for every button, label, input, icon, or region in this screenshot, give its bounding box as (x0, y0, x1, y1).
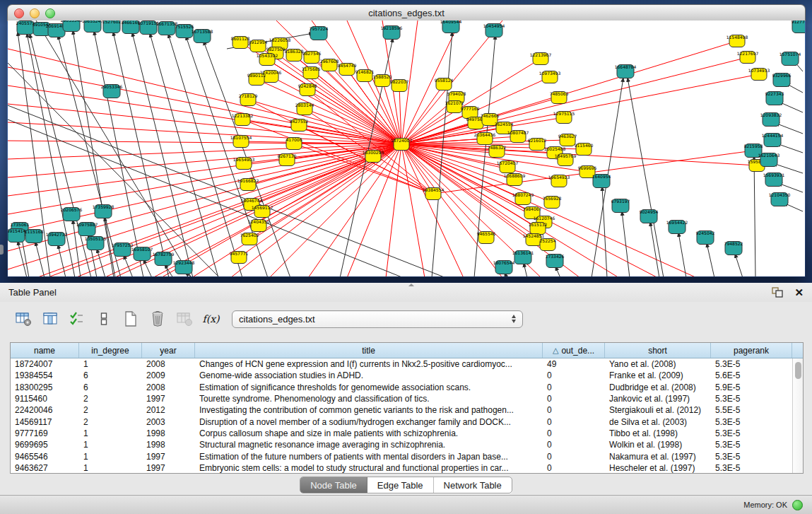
graph-edge[interactable] (622, 211, 630, 276)
scrollbar-thumb[interactable] (795, 362, 801, 379)
graph-node-label: 2803144 (295, 103, 314, 107)
table-row[interactable]: 1456911722003Disruption of a novel membe… (11, 416, 792, 427)
table-row[interactable]: 911546021997Tourette syndrome. Phenomeno… (11, 393, 792, 404)
table-cell: 9463627 (11, 463, 79, 473)
table-row[interactable]: 1938455462009Genome-wide association stu… (11, 370, 792, 381)
network-canvas[interactable]: 1872400786011288912954182260589827509105… (8, 21, 805, 276)
graph-node-label: 15751074 (779, 52, 801, 57)
column-header-title[interactable]: title (195, 343, 543, 358)
graph-edge[interactable] (58, 245, 66, 276)
table-panel: Table Panel ✕ (0, 283, 812, 514)
column-header-year[interactable]: year (142, 343, 195, 358)
column-header-short[interactable]: short (605, 343, 711, 358)
graph-node-label: 15720407 (497, 160, 519, 165)
graph-node-label: 12923448 (173, 260, 195, 265)
graph-node-label: 252254 (540, 238, 556, 243)
graph-edge[interactable] (153, 144, 401, 276)
network-view-window[interactable]: citations_edges.txt 18724007860112889129… (7, 4, 806, 277)
table-panel-title: Table Panel (8, 287, 772, 298)
graph-edge[interactable] (36, 144, 401, 276)
table-cell: 0 (543, 382, 605, 392)
table-row[interactable]: 1830029562008Estimation of significance … (11, 382, 792, 393)
graph-edge[interactable] (8, 67, 401, 144)
graph-edge[interactable] (602, 187, 607, 276)
close-window-icon[interactable] (14, 8, 24, 18)
graph-node-label: 19384554 (423, 187, 445, 192)
graph-edge[interactable] (524, 263, 527, 276)
close-panel-icon[interactable]: ✕ (794, 287, 804, 298)
column-header-out-de-[interactable]: △out_de... (543, 343, 605, 358)
graph-node-label: 18226058 (269, 37, 291, 42)
delete-column-icon[interactable] (175, 310, 193, 328)
window-titlebar[interactable]: citations_edges.txt (7, 4, 806, 21)
zoom-window-icon[interactable] (45, 8, 55, 18)
table-source-combobox[interactable]: citations_edges.txt (232, 310, 523, 328)
table-cell: Disruption of a novel member of a sodium… (195, 417, 543, 427)
graph-node-label: 14524851 (523, 233, 545, 238)
graph-edge[interactable] (555, 267, 560, 276)
show-columns-icon[interactable] (41, 310, 59, 328)
column-header-label: short (648, 346, 667, 356)
column-header-in-degree[interactable]: in_degree (79, 343, 142, 358)
new-table-icon[interactable] (122, 310, 139, 328)
column-header-label: name (34, 346, 55, 356)
minimize-window-icon[interactable] (30, 8, 40, 18)
column-header-name[interactable]: name (11, 343, 79, 358)
status-bar: Memory: OK (0, 495, 812, 514)
table-cell: Tibbo et al. (1998) (605, 428, 711, 438)
graph-node-label: 16713588 (192, 29, 213, 34)
graph-node-label: 9127744 (792, 21, 805, 24)
graph-edge[interactable] (168, 34, 242, 276)
delete-table-icon[interactable] (148, 310, 166, 328)
table-cell: Yano et al. (2008) (605, 359, 711, 369)
table-cell: 2 (79, 405, 142, 415)
sort-ascending-icon: △ (553, 346, 558, 355)
tab-node-table[interactable]: Node Table (300, 477, 367, 493)
column-header-pagerank[interactable]: pagerank (711, 343, 792, 358)
graph-edge[interactable] (257, 79, 401, 144)
select-columns-icon[interactable] (68, 310, 86, 328)
graph-edge[interactable] (401, 144, 425, 276)
graph-edge[interactable] (35, 242, 45, 276)
graph-node-label: 10734933 (748, 68, 770, 73)
graph-edge[interactable] (735, 254, 743, 276)
cytoscape-desktop: citations_edges.txt 18724007860112889129… (0, 0, 812, 283)
table-cell: Hescheler et al. (1997) (605, 463, 711, 473)
graph-node-label: 13505135 (85, 236, 107, 241)
panel-splitter-handle[interactable] (406, 284, 416, 287)
graph-node-label: 8215958 (744, 144, 763, 148)
table-row[interactable]: 946362711997Embryonic stem cells: a mode… (11, 462, 792, 473)
graph-node-label: 9242848 (298, 83, 317, 88)
graph-edge[interactable] (707, 243, 714, 276)
merge-rows-icon[interactable] (95, 310, 112, 328)
graph-node-label: 10655247 (82, 21, 104, 23)
graph-edge[interactable] (628, 78, 664, 276)
float-panel-icon[interactable] (772, 287, 783, 298)
graph-edge[interactable] (124, 255, 133, 276)
table-settings-icon[interactable] (14, 310, 32, 328)
graph-edge[interactable] (401, 144, 464, 276)
left-splitter-handle[interactable] (0, 245, 4, 255)
table-row[interactable]: 1872400712008Changes of HCN gene express… (11, 358, 792, 370)
tab-edge-table[interactable]: Edge Table (367, 477, 434, 493)
graph-node-label: 2718129 (239, 93, 258, 98)
graph-node-label: 1640954 (592, 174, 611, 179)
function-builder-icon[interactable]: f(x) (202, 310, 220, 328)
table-cell: Wolkin et al. (1998) (605, 440, 711, 450)
graph-edge[interactable] (754, 156, 755, 276)
vertical-scrollbar[interactable] (792, 358, 803, 473)
table-row[interactable]: 977716911998Corpus callosum shape and si… (11, 428, 792, 439)
table-row[interactable]: 2242004622012Investigating the contribut… (11, 404, 792, 416)
table-cell: 5.3E-5 (711, 463, 792, 473)
table-row[interactable]: 946554611997Estimation of the future num… (11, 450, 792, 462)
graph-edge[interactable] (8, 86, 401, 144)
tab-network-table[interactable]: Network Table (434, 477, 512, 493)
graph-node-label: 10543392 (257, 53, 278, 58)
graph-node-label: 3915414 (8, 228, 26, 233)
graph-node-label: 1735061 (11, 222, 30, 227)
graph-node-label: 8186328 (285, 49, 304, 54)
graph-node-label: 7656928 (543, 196, 562, 201)
table-cell: Investigating the contribution of common… (195, 405, 543, 415)
graph-node-label: 8427552 (290, 119, 309, 124)
table-row[interactable]: 969969511998Structural magnetic resonanc… (11, 439, 792, 450)
